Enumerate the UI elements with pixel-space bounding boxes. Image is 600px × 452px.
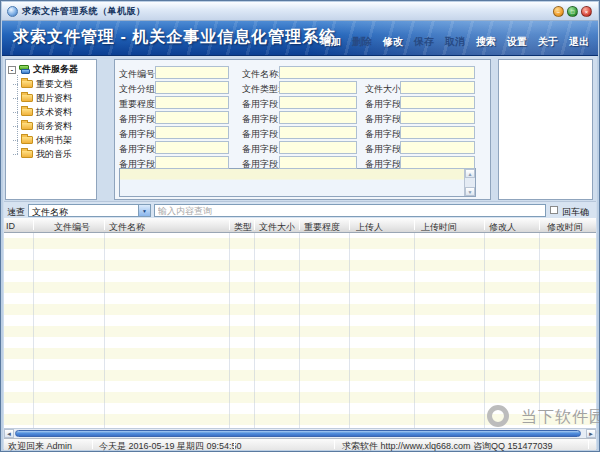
- server-icon: [19, 65, 30, 75]
- tree-line: [13, 154, 18, 155]
- scrollbar-thumb[interactable]: [15, 430, 581, 437]
- toolbar-menu-item[interactable]: 修改: [383, 35, 403, 49]
- form-field-label: 备用字段: [242, 113, 278, 126]
- table-body[interactable]: [4, 233, 596, 428]
- quick-search-bar: 速查 文件名称 ▼ 回车确认: [4, 201, 596, 218]
- banner: 求索文件管理 - 机关企事业信息化管理系统 增加删除修改保存取消搜索设置关于退出: [2, 21, 598, 56]
- form-field-label: 文件大小:: [365, 83, 404, 96]
- horizontal-scrollbar[interactable]: ◄ ►: [4, 428, 596, 438]
- tree-folder-item[interactable]: 重要文档: [13, 77, 96, 91]
- form-text-input[interactable]: [155, 111, 229, 124]
- column-grid-line: [229, 233, 230, 428]
- form-text-input[interactable]: [155, 141, 229, 154]
- toolbar-menu-item[interactable]: 关于: [538, 35, 558, 49]
- table-header: ID文件编号文件名称类型文件大小重要程度上传人上传时间修改人修改时间: [4, 218, 596, 233]
- tree-folder-label: 技术资料: [36, 106, 72, 119]
- column-separator[interactable]: [33, 220, 34, 230]
- tree-folder-label: 休闲书架: [36, 134, 72, 147]
- form-text-input[interactable]: [400, 156, 475, 169]
- search-input[interactable]: [154, 204, 546, 217]
- column-grid-line: [33, 233, 34, 428]
- column-separator[interactable]: [229, 220, 230, 230]
- column-grid-line: [484, 233, 485, 428]
- tree-expander-icon[interactable]: -: [8, 66, 16, 74]
- close-button[interactable]: ×: [581, 6, 592, 17]
- form-text-input[interactable]: [279, 66, 475, 79]
- column-header[interactable]: ID: [6, 221, 15, 231]
- minimize-button[interactable]: −: [553, 6, 564, 17]
- window-titlebar[interactable]: 求索文件管理系统（单机版） − □ ×: [2, 2, 598, 21]
- toolbar-menu-item[interactable]: 搜索: [476, 35, 496, 49]
- form-text-input[interactable]: [400, 111, 475, 124]
- form-field-label: 备用字段: [365, 128, 401, 141]
- tree-folder-item[interactable]: 我的音乐: [13, 147, 96, 161]
- column-grid-line: [539, 233, 540, 428]
- folder-tree-panel: - 文件服务器 重要文档图片资料技术资料商务资料休闲书架我的音乐: [5, 59, 97, 200]
- toolbar-menu-item[interactable]: 退出: [569, 35, 589, 49]
- tree-folder-item[interactable]: 休闲书架: [13, 133, 96, 147]
- form-text-input[interactable]: [400, 81, 475, 94]
- form-text-input[interactable]: [279, 111, 357, 124]
- toolbar-menu: 增加删除修改保存取消搜索设置关于退出: [321, 35, 589, 49]
- tree-line: [13, 140, 18, 141]
- toolbar-menu-item[interactable]: 设置: [507, 35, 527, 49]
- form-text-input[interactable]: [155, 96, 229, 109]
- form-field-label: 备用字段: [242, 128, 278, 141]
- form-field-label: 备用字段: [365, 98, 401, 111]
- toolbar-menu-item[interactable]: 保存: [414, 35, 434, 49]
- tree-children: 重要文档图片资料技术资料商务资料休闲书架我的音乐: [13, 77, 96, 161]
- form-text-input[interactable]: [155, 66, 229, 79]
- form-text-input[interactable]: [155, 156, 229, 169]
- tree-folder-item[interactable]: 商务资料: [13, 119, 96, 133]
- form-field-label: 备用字段: [119, 128, 155, 141]
- column-grid-line: [104, 233, 105, 428]
- folder-icon: [21, 150, 33, 158]
- form-text-input[interactable]: [279, 141, 357, 154]
- form-field-label: 备用字段: [242, 158, 278, 171]
- form-text-input[interactable]: [400, 141, 475, 154]
- form-text-input[interactable]: [279, 126, 357, 139]
- tree-line: [13, 112, 18, 113]
- column-separator[interactable]: [254, 220, 255, 230]
- column-separator[interactable]: [414, 220, 415, 230]
- column-separator[interactable]: [349, 220, 350, 230]
- banner-title: 求索文件管理 - 机关企事业信息化管理系统: [13, 27, 336, 48]
- column-separator[interactable]: [299, 220, 300, 230]
- tree-root-label: 文件服务器: [33, 63, 78, 76]
- toolbar-menu-item[interactable]: 增加: [321, 35, 341, 49]
- scroll-up-icon[interactable]: ▲: [465, 169, 475, 178]
- tree-root-node[interactable]: - 文件服务器: [6, 60, 96, 77]
- enter-confirm-checkbox[interactable]: [550, 206, 558, 214]
- form-text-input[interactable]: [400, 126, 475, 139]
- form-text-input[interactable]: [155, 126, 229, 139]
- form-field-label: 备用字段: [365, 113, 401, 126]
- scroll-down-icon[interactable]: ▼: [465, 187, 475, 196]
- remark-scrollbar[interactable]: ▲ ▼: [464, 169, 475, 196]
- form-text-input[interactable]: [279, 96, 357, 109]
- column-separator[interactable]: [484, 220, 485, 230]
- status-welcome: 欢迎回来 Admin: [8, 440, 72, 452]
- search-field-select[interactable]: 文件名称 ▼: [28, 204, 151, 217]
- form-text-input[interactable]: [279, 81, 357, 94]
- form-field-label: 备用字段: [365, 143, 401, 156]
- chevron-down-icon[interactable]: ▼: [138, 205, 150, 216]
- toolbar-menu-item[interactable]: 删除: [352, 35, 372, 49]
- column-grid-line: [299, 233, 300, 428]
- form-field-label: 备用字段: [119, 158, 155, 171]
- toolbar-menu-item[interactable]: 取消: [445, 35, 465, 49]
- tree-folder-item[interactable]: 图片资料: [13, 91, 96, 105]
- column-grid-line: [349, 233, 350, 428]
- folder-icon: [21, 94, 33, 102]
- scroll-right-icon[interactable]: ►: [586, 429, 596, 438]
- tree-line: [13, 84, 18, 85]
- column-separator[interactable]: [104, 220, 105, 230]
- scroll-left-icon[interactable]: ◄: [4, 429, 14, 438]
- tree-folder-item[interactable]: 技术资料: [13, 105, 96, 119]
- maximize-button[interactable]: □: [567, 6, 578, 17]
- remark-textarea[interactable]: ▲ ▼: [119, 168, 476, 197]
- form-text-input[interactable]: [279, 156, 357, 169]
- column-separator[interactable]: [539, 220, 540, 230]
- form-text-input[interactable]: [400, 96, 475, 109]
- folder-icon: [21, 108, 33, 116]
- form-text-input[interactable]: [155, 81, 229, 94]
